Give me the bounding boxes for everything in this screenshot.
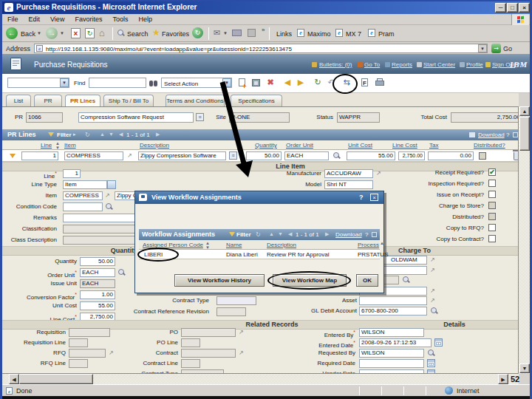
tab-specifications[interactable]: Specifications bbox=[231, 95, 282, 106]
receipt-required-checkbox[interactable]: ✔ bbox=[488, 168, 496, 176]
col-quantity[interactable]: Quantity bbox=[255, 142, 277, 149]
charge-to-detail-icon[interactable]: ↗ bbox=[430, 256, 435, 264]
menu-file[interactable]: File bbox=[7, 16, 18, 23]
condition-code-field[interactable] bbox=[63, 202, 103, 211]
col-order-unit[interactable]: Order Unit bbox=[286, 142, 313, 149]
conversion-factor-field[interactable]: 1.00 bbox=[80, 290, 115, 299]
previous-record-icon[interactable]: ◀ bbox=[282, 77, 293, 89]
select-action-combo[interactable]: Select Action ▼ bbox=[161, 78, 232, 88]
horizontal-scrollbar[interactable]: ◀ ▶ bbox=[1, 374, 519, 384]
pr-description-field[interactable]: Compression Software Request bbox=[78, 112, 194, 123]
condition-code-select-icon[interactable] bbox=[105, 202, 113, 211]
find-input[interactable] bbox=[89, 78, 146, 88]
download-link[interactable]: Download bbox=[478, 132, 505, 138]
site-field[interactable]: P-ONE bbox=[229, 112, 290, 123]
entered-by-field[interactable]: WILSON bbox=[359, 328, 424, 337]
pr-field[interactable]: 1066 bbox=[26, 112, 63, 123]
dialog-help-icon[interactable]: ? bbox=[359, 194, 364, 201]
view-workflow-history-button[interactable]: View Workflow History bbox=[174, 274, 265, 287]
manufacturer-field[interactable]: ACCUDRAW bbox=[324, 169, 373, 178]
col-tax[interactable]: Tax bbox=[429, 142, 438, 149]
entered-date-field[interactable]: 2008-09-26 17:12:53 bbox=[359, 338, 432, 347]
next-row-icon[interactable]: ▶ bbox=[156, 132, 160, 137]
contract-detail-icon[interactable]: ↗ bbox=[239, 349, 244, 357]
copy-to-contract-checkbox[interactable] bbox=[488, 235, 496, 242]
banner-link-goto[interactable]: Go To bbox=[364, 61, 380, 68]
dialog-title-bar[interactable]: View Workflow Assignments ? × bbox=[135, 191, 383, 204]
total-cost-field[interactable]: 2,750.00 bbox=[451, 112, 519, 123]
long-description-icon[interactable]: ≡ bbox=[196, 113, 204, 121]
row-tax-field[interactable]: 0.00 bbox=[428, 151, 474, 160]
address-dropdown-icon[interactable]: ▼ bbox=[478, 44, 487, 52]
dialog-download-link[interactable]: Download bbox=[335, 231, 362, 238]
row-expand-icon[interactable] bbox=[10, 154, 16, 158]
rfq-line-field[interactable] bbox=[69, 359, 88, 368]
copy-to-rfq-checkbox[interactable] bbox=[488, 224, 496, 231]
search-icon[interactable] bbox=[117, 29, 125, 37]
row-order-unit-field[interactable]: EACH bbox=[284, 151, 329, 160]
download-icon[interactable] bbox=[469, 132, 475, 137]
table-help-icon[interactable]: ? bbox=[506, 132, 509, 138]
item-detail-icon[interactable]: ↗ bbox=[127, 152, 132, 160]
quantity-field[interactable]: 50.00 bbox=[80, 257, 115, 266]
toolbar-overflow-chevron-icon[interactable]: » bbox=[262, 27, 265, 33]
delete-row-icon[interactable] bbox=[514, 152, 519, 160]
requested-by-select-icon[interactable] bbox=[427, 349, 435, 357]
banner-link-bulletins[interactable]: Bulletins: (0) bbox=[319, 61, 352, 68]
manufacturer-detail-icon[interactable]: ↗ bbox=[376, 170, 381, 177]
forward-dropdown-icon[interactable]: ▼ bbox=[60, 31, 64, 35]
filter-expand-icon[interactable]: ▸ bbox=[73, 132, 76, 137]
line-type-dropdown-icon[interactable] bbox=[107, 180, 116, 189]
ok-button[interactable]: OK bbox=[356, 274, 378, 287]
tab-ship-to-bill-to[interactable]: Ship To / Bill To bbox=[103, 95, 154, 106]
tab-list[interactable]: List bbox=[6, 95, 31, 106]
edit-icon[interactable] bbox=[248, 29, 256, 37]
charge-to-store-checkbox[interactable] bbox=[488, 202, 496, 209]
po-field[interactable] bbox=[181, 328, 236, 337]
col-line[interactable]: Line bbox=[41, 142, 52, 149]
table-collapse-icon[interactable] bbox=[513, 132, 518, 137]
class-description-field[interactable] bbox=[63, 236, 137, 245]
order-unit-field[interactable]: EACH bbox=[80, 268, 115, 277]
contract-line-field[interactable] bbox=[181, 359, 200, 368]
dialog-filter-label[interactable]: Filter bbox=[236, 231, 251, 238]
gl-debit-account-field[interactable]: 6700-800-200 bbox=[359, 307, 427, 316]
favorites-icon[interactable]: ★ bbox=[152, 27, 160, 38]
binoculars-icon[interactable] bbox=[149, 79, 158, 86]
item-description-field[interactable]: Zippy Compression Software bbox=[115, 191, 137, 200]
contract-type-field[interactable] bbox=[216, 296, 256, 305]
prev-page-icon[interactable]: ▲ bbox=[100, 132, 105, 137]
dialog-collapse-icon[interactable] bbox=[372, 232, 377, 237]
row-line-cost-field[interactable]: 2,750.00 bbox=[398, 151, 425, 160]
menu-tools[interactable]: Tools bbox=[112, 16, 128, 23]
order-unit-select-icon[interactable] bbox=[332, 151, 341, 160]
menu-help[interactable]: Help bbox=[138, 16, 152, 23]
contract-field[interactable] bbox=[181, 349, 236, 358]
record-combo[interactable]: ▼ bbox=[7, 78, 69, 88]
dialog-col-name[interactable]: Name bbox=[226, 242, 242, 248]
history-icon[interactable]: ↻ bbox=[192, 27, 203, 38]
horizontal-scroll-thumb[interactable] bbox=[19, 374, 93, 384]
next-page-icon[interactable]: ▼ bbox=[109, 132, 114, 137]
col-line-cost[interactable]: Line Cost bbox=[392, 142, 417, 149]
delete-icon[interactable]: ✖ bbox=[265, 77, 276, 89]
search-label[interactable]: Search bbox=[127, 30, 149, 38]
charge-to-detail-icon[interactable]: ↗ bbox=[430, 287, 435, 295]
requested-by-field[interactable]: WILSON bbox=[359, 349, 424, 358]
print-report-icon[interactable] bbox=[374, 77, 386, 89]
banner-link-start-center[interactable]: Start Center bbox=[423, 61, 455, 68]
row-distributed-checkbox[interactable] bbox=[479, 152, 486, 160]
item-field[interactable]: COMPRESS bbox=[63, 191, 103, 200]
link-mx7[interactable]: MX 7 bbox=[346, 30, 361, 38]
issue-unit-field[interactable]: EACH bbox=[80, 279, 115, 288]
vertical-scroll-thumb[interactable] bbox=[519, 117, 530, 151]
charge-to-select-icon[interactable] bbox=[402, 276, 410, 284]
mail-icon[interactable]: ✉ bbox=[214, 28, 220, 38]
dialog-filter-icon[interactable] bbox=[229, 232, 235, 236]
scroll-left-icon[interactable]: ◀ bbox=[9, 374, 19, 384]
filter-label[interactable]: Filter bbox=[57, 132, 72, 138]
home-icon[interactable]: ⌂ bbox=[99, 27, 105, 38]
dialog-next-icon[interactable]: ▶ bbox=[325, 231, 329, 237]
scroll-down-icon[interactable]: ▼ bbox=[519, 364, 530, 373]
tab-pr-lines[interactable]: PR Lines bbox=[65, 95, 100, 106]
